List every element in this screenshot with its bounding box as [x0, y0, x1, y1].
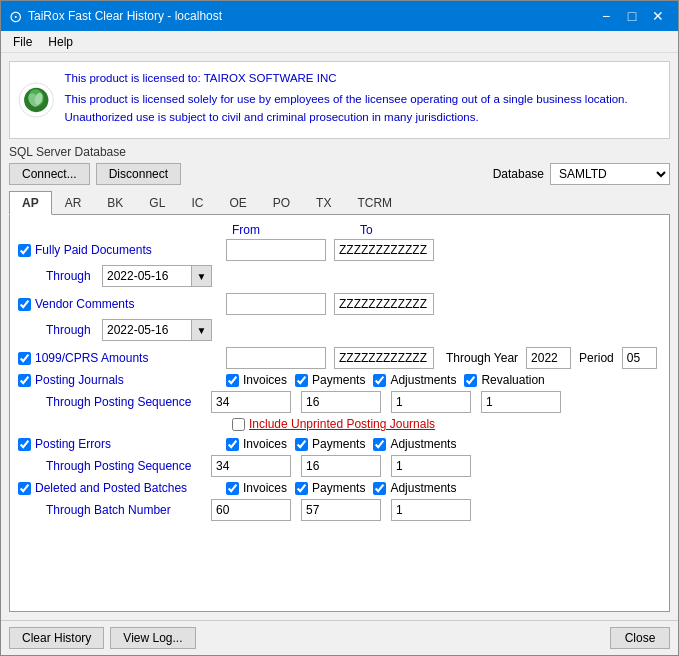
db-adjustments-checkbox[interactable]	[373, 482, 386, 495]
tab-tcrm[interactable]: TCRM	[344, 191, 405, 214]
cprs-label: 1099/CPRS Amounts	[18, 351, 218, 365]
content-area: This product is licensed to: TAIROX SOFT…	[1, 53, 678, 620]
deleted-batches-text[interactable]: Deleted and Posted Batches	[35, 481, 187, 495]
posting-errors-seq-label: Through Posting Sequence	[46, 459, 201, 473]
view-log-button[interactable]: View Log...	[110, 627, 195, 649]
db-invoices-group: Invoices	[226, 481, 287, 495]
pj-invoices-checkbox[interactable]	[226, 374, 239, 387]
posting-errors-row: Posting Errors Invoices Payments Ad	[18, 437, 661, 451]
pe-seq-invoices-input[interactable]	[211, 455, 291, 477]
pj-payments-checkbox[interactable]	[295, 374, 308, 387]
pj-payments-label[interactable]: Payments	[312, 373, 365, 387]
posting-errors-text[interactable]: Posting Errors	[35, 437, 111, 451]
unprinted-checkbox[interactable]	[232, 418, 245, 431]
db-payments-label[interactable]: Payments	[312, 481, 365, 495]
db-adjustments-label[interactable]: Adjustments	[390, 481, 456, 495]
close-button[interactable]: Close	[610, 627, 670, 649]
vendor-comments-text[interactable]: Vendor Comments	[35, 297, 134, 311]
deleted-batches-checkbox[interactable]	[18, 482, 31, 495]
fully-paid-cal-button[interactable]: ▼	[192, 265, 212, 287]
tab-ar[interactable]: AR	[52, 191, 95, 214]
pe-payments-checkbox[interactable]	[295, 438, 308, 451]
db-payments-checkbox[interactable]	[295, 482, 308, 495]
tab-po[interactable]: PO	[260, 191, 303, 214]
pe-invoices-checkbox[interactable]	[226, 438, 239, 451]
cprs-year-input[interactable]	[526, 347, 571, 369]
pj-payments-group: Payments	[295, 373, 365, 387]
pj-seq-revaluation-input[interactable]	[481, 391, 561, 413]
pj-seq-adjustments-input[interactable]	[391, 391, 471, 413]
pe-adjustments-checkbox[interactable]	[373, 438, 386, 451]
from-to-header: From To	[232, 223, 661, 237]
cprs-row: 1099/CPRS Amounts Through Year Period	[18, 347, 661, 369]
pe-invoices-label[interactable]: Invoices	[243, 437, 287, 451]
clear-history-button[interactable]: Clear History	[9, 627, 104, 649]
tab-oe[interactable]: OE	[216, 191, 259, 214]
db-batch-invoices-input[interactable]	[211, 499, 291, 521]
fully-paid-checkbox[interactable]	[18, 244, 31, 257]
db-invoices-label[interactable]: Invoices	[243, 481, 287, 495]
posting-errors-checkbox[interactable]	[18, 438, 31, 451]
pj-adjustments-checkbox[interactable]	[373, 374, 386, 387]
cprs-from-input[interactable]	[226, 347, 326, 369]
posting-journals-checkbox[interactable]	[18, 374, 31, 387]
pj-seq-payments-input[interactable]	[301, 391, 381, 413]
vendor-comments-checkbox[interactable]	[18, 298, 31, 311]
menu-help[interactable]: Help	[40, 33, 81, 51]
tab-ic[interactable]: IC	[178, 191, 216, 214]
tab-ap[interactable]: AP	[9, 191, 52, 215]
connect-button[interactable]: Connect...	[9, 163, 90, 185]
pe-adjustments-label[interactable]: Adjustments	[390, 437, 456, 451]
title-controls: − □ ✕	[594, 6, 670, 26]
vendor-comments-to-input[interactable]	[334, 293, 434, 315]
pe-seq-payments-input[interactable]	[301, 455, 381, 477]
fully-paid-date-input[interactable]	[102, 265, 192, 287]
vendor-comments-through-row: Through ▼	[46, 319, 661, 341]
minimize-button[interactable]: −	[594, 6, 618, 26]
fully-paid-from-input[interactable]	[226, 239, 326, 261]
pe-payments-label[interactable]: Payments	[312, 437, 365, 451]
db-batch-adjustments-input[interactable]	[391, 499, 471, 521]
cprs-checkbox[interactable]	[18, 352, 31, 365]
posting-journals-text[interactable]: Posting Journals	[35, 373, 124, 387]
db-invoices-checkbox[interactable]	[226, 482, 239, 495]
disconnect-button[interactable]: Disconnect	[96, 163, 181, 185]
footer-left: Clear History View Log...	[9, 627, 196, 649]
title-bar: ⊙ TaiRox Fast Clear History - localhost …	[1, 1, 678, 31]
posting-errors-section: Posting Errors Invoices Payments Ad	[18, 437, 661, 477]
pj-adjustments-label[interactable]: Adjustments	[390, 373, 456, 387]
pj-seq-invoices-input[interactable]	[211, 391, 291, 413]
fully-paid-to-input[interactable]	[334, 239, 434, 261]
cprs-to-input[interactable]	[334, 347, 434, 369]
vendor-comments-label: Vendor Comments	[18, 297, 218, 311]
vendor-comments-date-input[interactable]	[102, 319, 192, 341]
footer: Clear History View Log... Close	[1, 620, 678, 655]
cprs-period-input[interactable]	[622, 347, 657, 369]
pe-invoices-group: Invoices	[226, 437, 287, 451]
deleted-batches-row: Deleted and Posted Batches Invoices Paym…	[18, 481, 661, 495]
menu-file[interactable]: File	[5, 33, 40, 51]
window-title: TaiRox Fast Clear History - localhost	[28, 9, 222, 23]
pe-seq-adjustments-input[interactable]	[391, 455, 471, 477]
posting-errors-seq-row: Through Posting Sequence	[46, 455, 661, 477]
fully-paid-text[interactable]: Fully Paid Documents	[35, 243, 152, 257]
window-close-button[interactable]: ✕	[646, 6, 670, 26]
pj-revaluation-checkbox[interactable]	[464, 374, 477, 387]
maximize-button[interactable]: □	[620, 6, 644, 26]
tab-gl[interactable]: GL	[136, 191, 178, 214]
unprinted-label[interactable]: Include Unprinted Posting Journals	[249, 417, 435, 431]
license-line1: This product is licensed to: TAIROX SOFT…	[65, 70, 662, 87]
cprs-through-year-label: Through Year	[446, 351, 518, 365]
tab-tx[interactable]: TX	[303, 191, 344, 214]
vendor-comments-from-input[interactable]	[226, 293, 326, 315]
vendor-comments-cal-button[interactable]: ▼	[192, 319, 212, 341]
cprs-text[interactable]: 1099/CPRS Amounts	[35, 351, 148, 365]
tab-bk[interactable]: BK	[94, 191, 136, 214]
license-line2: This product is licensed solely for use …	[65, 91, 662, 126]
pj-revaluation-label[interactable]: Revaluation	[481, 373, 544, 387]
database-select[interactable]: SAMLTD	[550, 163, 670, 185]
vendor-comments-through-label: Through	[46, 323, 96, 337]
posting-journals-row: Posting Journals Invoices Payments	[18, 373, 661, 387]
pj-invoices-label[interactable]: Invoices	[243, 373, 287, 387]
db-batch-payments-input[interactable]	[301, 499, 381, 521]
